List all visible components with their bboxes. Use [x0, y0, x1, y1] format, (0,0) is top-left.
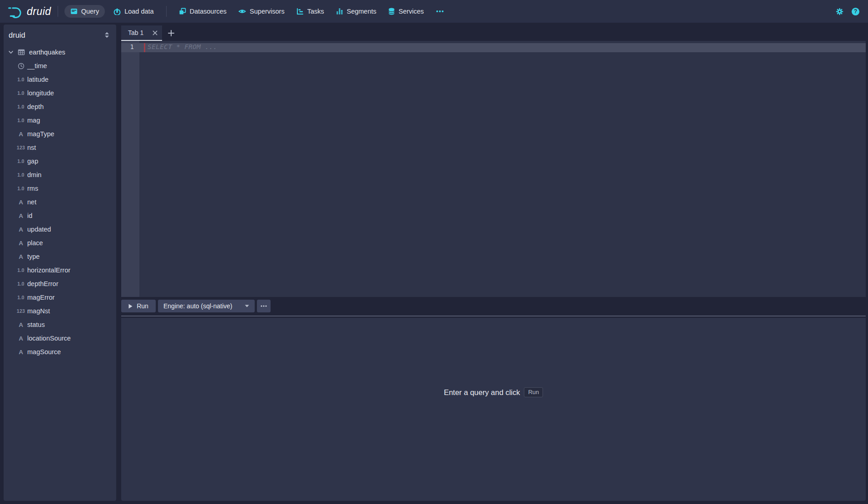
- column-item-locationSource[interactable]: AlocationSource: [4, 331, 116, 345]
- nav-item-tasks[interactable]: Tasks: [291, 5, 330, 18]
- string-type-icon: A: [15, 199, 26, 206]
- empty-message-text: Enter a query and click: [444, 388, 520, 397]
- console-icon: [70, 8, 78, 15]
- table-name: earthquakes: [29, 49, 65, 56]
- float-type-icon: 1.0: [15, 267, 26, 273]
- column-item-magSource[interactable]: AmagSource: [4, 345, 116, 359]
- column-item-magType[interactable]: AmagType: [4, 127, 116, 141]
- float-type-icon: 1.0: [15, 295, 26, 300]
- nav-divider: [58, 6, 58, 17]
- long-type-icon: 123: [15, 308, 26, 314]
- nav-item-datasources[interactable]: Datasources: [173, 5, 232, 18]
- column-name: nst: [27, 144, 36, 151]
- column-item-nst[interactable]: 123nst: [4, 141, 116, 154]
- bar-chart-icon: [336, 8, 343, 15]
- clock-icon: [15, 63, 26, 69]
- nav-item-services[interactable]: Services: [382, 5, 430, 18]
- column-item-gap[interactable]: 1.0gap: [4, 154, 116, 168]
- column-name: magSource: [27, 348, 61, 356]
- column-item-net[interactable]: Anet: [4, 195, 116, 209]
- column-item-latitude[interactable]: 1.0latitude: [4, 73, 116, 86]
- column-item-place[interactable]: Aplace: [4, 236, 116, 250]
- column-name: type: [27, 253, 39, 260]
- string-type-icon: A: [15, 226, 26, 233]
- app-logo-text: druid: [27, 5, 51, 18]
- upload-icon: [113, 8, 121, 15]
- column-item-magNst[interactable]: 123magNst: [4, 304, 116, 318]
- top-nav: druid Query Load data Datasources: [0, 0, 868, 23]
- long-type-icon: 123: [15, 145, 26, 150]
- gantt-icon: [296, 8, 304, 15]
- string-type-icon: A: [15, 335, 26, 342]
- column-list: __time1.0latitude1.0longitude1.0depth1.0…: [4, 59, 116, 359]
- column-item-rms[interactable]: 1.0rms: [4, 182, 116, 195]
- column-name: id: [27, 212, 32, 219]
- column-name: latitude: [27, 76, 49, 83]
- column-item-depth[interactable]: 1.0depth: [4, 100, 116, 114]
- editor-line-number: 1: [121, 43, 134, 52]
- column-item-updated[interactable]: Aupdated: [4, 222, 116, 236]
- column-name: magNst: [27, 307, 50, 315]
- float-type-icon: 1.0: [15, 186, 26, 191]
- sort-icon[interactable]: [104, 32, 109, 38]
- engine-select[interactable]: Engine: auto (sql-native): [158, 300, 255, 312]
- sidebar-column-tree: druid earthquakes __time1.0latitude1.0lo…: [4, 25, 116, 501]
- column-item-horizontalError[interactable]: 1.0horizontalError: [4, 263, 116, 277]
- more-icon: [436, 10, 444, 13]
- nav-divider: [166, 6, 167, 17]
- run-key-chip: Run: [524, 387, 543, 397]
- nav-right-group: ?: [835, 7, 860, 16]
- sidebar-title: druid: [9, 31, 25, 40]
- column-item-magError[interactable]: 1.0magError: [4, 291, 116, 304]
- tab-tab1[interactable]: Tab 1: [121, 25, 162, 41]
- column-item-dmin[interactable]: 1.0dmin: [4, 168, 116, 182]
- run-more-button[interactable]: [257, 300, 271, 312]
- run-button-label: Run: [137, 302, 148, 310]
- column-item-depthError[interactable]: 1.0depthError: [4, 277, 116, 291]
- column-item-id[interactable]: Aid: [4, 209, 116, 222]
- column-name: dmin: [27, 171, 41, 178]
- engine-select-label: Engine: auto (sql-native): [163, 302, 232, 310]
- column-item-mag[interactable]: 1.0mag: [4, 114, 116, 127]
- column-item-__time[interactable]: __time: [4, 59, 116, 73]
- float-type-icon: 1.0: [15, 172, 26, 178]
- plus-icon: [168, 30, 174, 36]
- column-name: status: [27, 321, 45, 328]
- panel-divider: [121, 316, 866, 316]
- column-name: depth: [27, 103, 44, 110]
- float-type-icon: 1.0: [15, 77, 26, 82]
- run-button[interactable]: Run: [121, 300, 156, 312]
- app-logo: druid: [7, 3, 51, 20]
- column-name: updated: [27, 226, 51, 233]
- column-item-status[interactable]: Astatus: [4, 318, 116, 331]
- nav-item-label: Segments: [347, 8, 376, 15]
- close-icon[interactable]: [153, 30, 158, 35]
- column-item-type[interactable]: Atype: [4, 250, 116, 263]
- table-item-earthquakes[interactable]: earthquakes: [4, 45, 116, 59]
- column-name: magType: [27, 130, 54, 138]
- nav-item-label: Tasks: [307, 8, 324, 15]
- chevron-down-icon: [245, 305, 249, 307]
- nav-item-label: Supervisors: [250, 8, 285, 15]
- add-tab-button[interactable]: [168, 25, 174, 41]
- results-panel: Enter a query and click Run: [121, 318, 866, 501]
- column-name: __time: [27, 62, 47, 69]
- column-item-longitude[interactable]: 1.0longitude: [4, 86, 116, 100]
- chevron-down-icon[interactable]: [6, 49, 15, 55]
- string-type-icon: A: [15, 240, 26, 247]
- nav-item-query[interactable]: Query: [64, 5, 105, 18]
- sql-editor[interactable]: 1 SELECT * FROM ...: [121, 41, 866, 297]
- help-icon[interactable]: ?: [851, 7, 860, 16]
- column-name: depthError: [27, 280, 59, 287]
- string-type-icon: A: [15, 131, 26, 138]
- column-name: net: [27, 198, 36, 206]
- float-type-icon: 1.0: [15, 118, 26, 123]
- nav-item-segments[interactable]: Segments: [330, 5, 382, 18]
- nav-item-supervisors[interactable]: Supervisors: [232, 5, 291, 18]
- editor-caret: [144, 43, 145, 52]
- string-type-icon: A: [15, 349, 26, 356]
- nav-item-more[interactable]: [430, 5, 450, 18]
- gear-icon[interactable]: [835, 7, 844, 16]
- nav-item-load-data[interactable]: Load data: [108, 5, 160, 18]
- eye-icon: [238, 8, 246, 15]
